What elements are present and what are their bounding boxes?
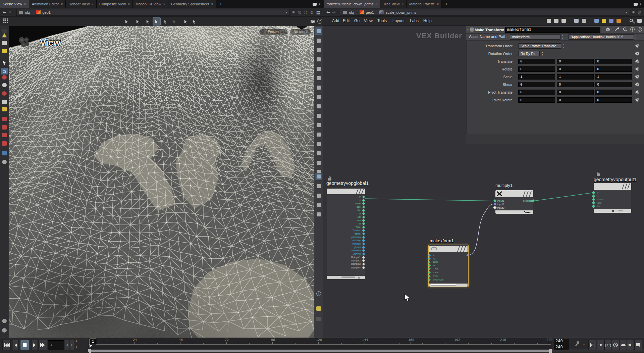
svg-text:View: View — [40, 38, 61, 48]
